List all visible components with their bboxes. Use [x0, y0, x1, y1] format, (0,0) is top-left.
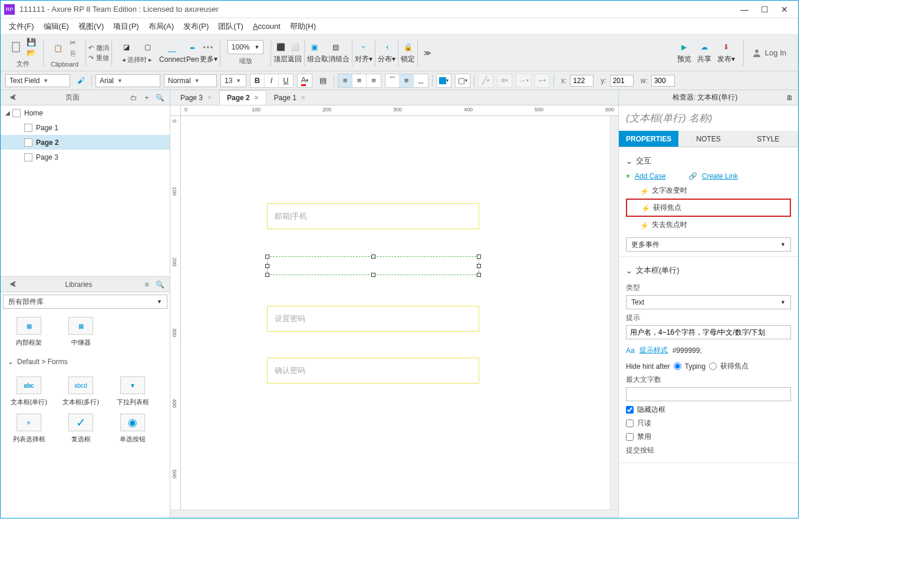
arrow-button[interactable]: →▾	[516, 74, 530, 87]
section-textfield[interactable]: ⌄文本框(单行)	[626, 262, 791, 279]
align-left-button[interactable]: ≡	[338, 74, 352, 87]
collapse-lib-icon[interactable]: ⮜	[8, 279, 18, 290]
select-shape-tool[interactable]: ▢	[140, 41, 154, 53]
menu-view[interactable]: 视图(V)	[75, 19, 107, 34]
hide-border-checkbox[interactable]	[626, 406, 634, 414]
group-button[interactable]: ▣组合	[307, 41, 321, 64]
type-combo[interactable]: Text▼	[626, 295, 791, 309]
font-combo[interactable]: Arial▼	[95, 74, 160, 87]
collapse-icon[interactable]: ⮜	[8, 93, 18, 103]
valign-top-button[interactable]: ⎴	[385, 74, 400, 87]
hint-style-link[interactable]: 提示样式	[639, 345, 668, 355]
widget-type-combo[interactable]: Text Field▼	[5, 74, 70, 87]
corner-button[interactable]: ⌐▾	[535, 74, 549, 87]
section-interactions[interactable]: ⌄交互	[626, 152, 791, 170]
widget-name-field[interactable]: (文本框(单行) 名称)	[619, 105, 798, 131]
maxlen-input[interactable]	[626, 387, 791, 401]
connect-tool[interactable]: ⎯⎯Connect	[159, 42, 186, 64]
tab-page3[interactable]: Page 3×	[173, 90, 219, 105]
lib-item-textfield[interactable]: abc文本框(单行)	[3, 373, 55, 410]
valign-mid-button[interactable]: ≡	[400, 74, 414, 87]
share-button[interactable]: ☁共享	[697, 41, 711, 64]
add-case-link[interactable]: Add Case	[635, 172, 666, 180]
size-combo[interactable]: 13▼	[220, 74, 246, 87]
lib-item-radio[interactable]: ◉单选按钮	[107, 410, 159, 447]
inspector-tab-properties[interactable]: PROPERTIES	[619, 131, 678, 147]
new-file-icon[interactable]	[10, 41, 23, 54]
bold-button[interactable]: B	[250, 74, 265, 87]
canvas-input-email[interactable]: 邮箱|手机	[267, 203, 479, 229]
add-page-icon[interactable]: +	[141, 93, 152, 103]
pen-tool[interactable]: ✒Pen	[186, 42, 200, 64]
lock-button[interactable]: 🔒锁定	[401, 41, 415, 64]
menu-project[interactable]: 项目(P)	[110, 19, 142, 34]
menu-help[interactable]: 帮助(H)	[286, 19, 319, 34]
event-lost-focus[interactable]: ⚡失去焦点时	[626, 217, 791, 233]
more-tools[interactable]: •••更多▾	[200, 41, 217, 64]
close-icon[interactable]: ×	[207, 94, 212, 102]
library-combo[interactable]: 所有部件库▼	[3, 295, 167, 309]
overflow-button[interactable]: ≫	[420, 47, 434, 59]
hide-hint-typing-radio[interactable]	[674, 362, 681, 370]
disabled-checkbox[interactable]	[626, 433, 634, 441]
zoom-combo[interactable]: 100%▼	[228, 40, 264, 54]
redo-button[interactable]: ↷重做	[88, 54, 109, 62]
tree-item-page1[interactable]: Page 1	[1, 120, 170, 135]
more-events-combo[interactable]: 更多事件▼	[626, 237, 791, 252]
tab-page2[interactable]: Page 2×	[219, 90, 266, 105]
lib-menu-icon[interactable]: ≡	[141, 279, 152, 290]
align-center-button[interactable]: ≡	[352, 74, 367, 87]
weight-combo[interactable]: Normal▼	[164, 74, 217, 87]
lib-section-forms[interactable]: ⌄Default > Forms	[1, 353, 170, 371]
align-right-button[interactable]: ≡	[367, 74, 381, 87]
italic-button[interactable]: I	[265, 74, 279, 87]
add-folder-icon[interactable]: 🗀	[128, 93, 139, 103]
menu-edit[interactable]: 编辑(E)	[40, 19, 72, 34]
lib-item-checkbox[interactable]: ✓复选框	[55, 410, 107, 447]
canvas-input-confirm[interactable]: 确认密码	[267, 358, 479, 384]
menu-account[interactable]: Account	[249, 19, 284, 33]
lib-item-repeater[interactable]: ▦中继器	[55, 313, 107, 351]
tree-item-page3[interactable]: Page 3	[1, 150, 170, 164]
login-button[interactable]: Log In	[752, 48, 793, 58]
lib-search-icon[interactable]: 🔍	[154, 279, 165, 290]
format-painter-icon[interactable]: 🖌	[74, 74, 88, 87]
hide-hint-focus-radio[interactable]	[709, 362, 717, 370]
canvas-selected-widget[interactable]	[267, 256, 479, 275]
select-tool[interactable]: ◪	[119, 41, 133, 53]
canvas-input-password[interactable]: 设置密码	[267, 306, 479, 332]
valign-bot-button[interactable]: ⎵	[414, 74, 428, 87]
paste-icon[interactable]: 📋	[52, 42, 65, 55]
y-input[interactable]	[610, 75, 634, 87]
undo-button[interactable]: ↶撤消	[88, 44, 109, 52]
align-button[interactable]: ⫟对齐▾	[355, 41, 372, 64]
menu-file[interactable]: 文件(F)	[5, 19, 38, 34]
lib-item-listbox[interactable]: ≡列表选择框	[3, 410, 55, 447]
ungroup-button[interactable]: ▤取消组合	[321, 41, 350, 64]
design-canvas[interactable]: 邮箱|手机 设置密码 确认密码	[181, 116, 610, 510]
close-button[interactable]: ✕	[780, 5, 789, 14]
readonly-checkbox[interactable]	[626, 419, 634, 427]
text-color-button[interactable]: A▾	[298, 74, 312, 87]
tab-page1[interactable]: Page 1×	[266, 90, 313, 105]
cut-icon[interactable]: ✂	[68, 38, 78, 48]
more-text-button[interactable]: ▤	[316, 74, 330, 87]
distribute-button[interactable]: ⫞分布▾	[378, 41, 395, 64]
lib-item-iframe[interactable]: ▦内部框架	[3, 313, 55, 351]
close-icon[interactable]: ×	[255, 94, 259, 102]
open-icon[interactable]: 📂	[27, 48, 36, 57]
canvas-scrollbar-h[interactable]	[170, 510, 618, 518]
canvas-scrollbar-v[interactable]	[610, 116, 618, 510]
tree-item-page2[interactable]: Page 2	[1, 135, 170, 150]
copy-icon[interactable]: ⎘	[68, 49, 78, 58]
save-icon[interactable]: 💾	[27, 37, 36, 47]
event-got-focus[interactable]: ⚡获得焦点	[626, 199, 791, 217]
inspector-tab-notes[interactable]: NOTES	[678, 131, 738, 147]
close-icon[interactable]: ×	[301, 94, 305, 102]
underline-button[interactable]: U	[279, 74, 293, 87]
page-icon[interactable]: 🗎	[786, 94, 793, 102]
create-link-link[interactable]: Create Link	[702, 172, 738, 180]
preview-button[interactable]: ▶预览	[677, 41, 691, 64]
lib-item-textarea[interactable]: abcd文本框(多行)	[55, 373, 107, 410]
menu-publish[interactable]: 发布(P)	[180, 19, 212, 34]
